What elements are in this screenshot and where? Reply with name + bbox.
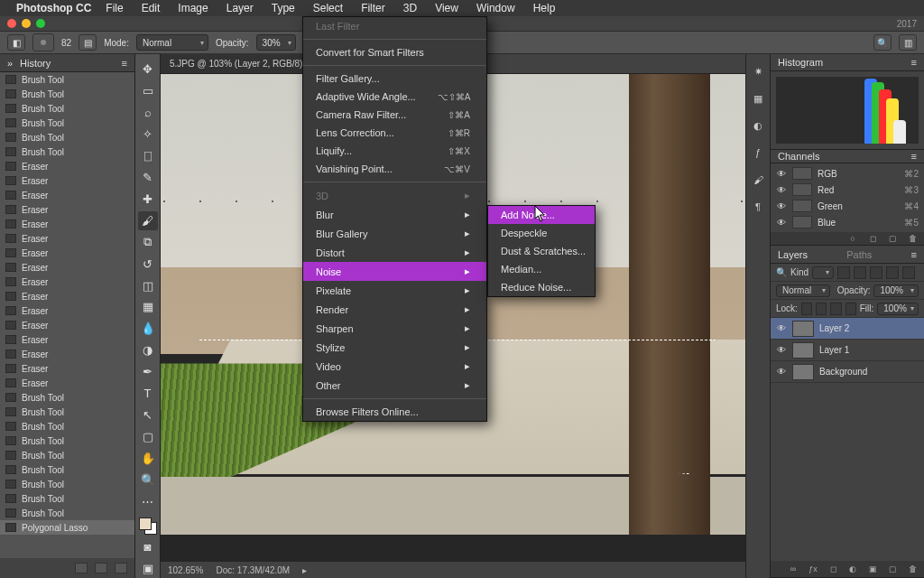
status-chevron-icon[interactable]: ▸: [302, 565, 307, 575]
healing-tool-icon[interactable]: ✚: [138, 190, 158, 209]
blur-tool-icon[interactable]: 💧: [138, 319, 158, 338]
new-snapshot-icon[interactable]: [75, 563, 88, 573]
history-item[interactable]: Eraser: [0, 246, 134, 260]
color-swatch[interactable]: [139, 517, 157, 535]
zoom-tool-icon[interactable]: 🔍: [138, 471, 158, 489]
visibility-icon[interactable]: 👁: [776, 323, 787, 333]
visibility-icon[interactable]: 👁: [776, 367, 787, 377]
visibility-icon[interactable]: 👁: [776, 201, 787, 211]
opacity-dropdown[interactable]: 30%: [256, 34, 296, 51]
dodge-tool-icon[interactable]: ◑: [138, 340, 158, 359]
filter-group-blur[interactable]: Blur: [303, 205, 486, 224]
history-item[interactable]: Eraser: [0, 217, 134, 231]
color-panel-icon[interactable]: ✷: [748, 61, 768, 81]
menu-image[interactable]: Image: [171, 0, 215, 16]
history-item[interactable]: Brush Tool: [0, 72, 134, 87]
adjustment-layer-icon[interactable]: ◐: [846, 564, 859, 574]
history-item[interactable]: Brush Tool: [0, 87, 134, 101]
history-brush-tool-icon[interactable]: ↺: [138, 255, 158, 274]
panel-menu-icon[interactable]: ≡: [911, 57, 917, 68]
visibility-icon[interactable]: 👁: [776, 345, 787, 355]
filter-group-render[interactable]: Render: [303, 300, 486, 319]
lock-transparency-icon[interactable]: [801, 303, 812, 315]
history-item[interactable]: Eraser: [0, 376, 134, 390]
load-selection-icon[interactable]: ○: [846, 233, 859, 244]
brush-preview[interactable]: [32, 33, 54, 51]
save-selection-icon[interactable]: ◻: [866, 233, 879, 244]
filter-group-video[interactable]: Video: [303, 357, 486, 376]
blend-mode-dropdown[interactable]: Normal: [136, 34, 208, 51]
doc-info[interactable]: Doc: 17.3M/42.0M: [216, 565, 290, 575]
shape-tool-icon[interactable]: ▢: [138, 427, 158, 446]
lasso-tool-icon[interactable]: ⌕: [138, 103, 158, 122]
history-item[interactable]: Eraser: [0, 347, 134, 361]
menu-view[interactable]: View: [428, 0, 466, 16]
menu-3d[interactable]: 3D: [396, 0, 424, 16]
history-menu-icon[interactable]: ≡: [122, 58, 127, 69]
layer-row[interactable]: 👁Layer 2: [771, 318, 924, 340]
layer-row[interactable]: 👁Layer 1: [771, 340, 924, 361]
marquee-tool-icon[interactable]: ▭: [138, 81, 158, 100]
menu-edit[interactable]: Edit: [134, 0, 168, 16]
history-item[interactable]: Eraser: [0, 318, 134, 332]
layer-blend-dropdown[interactable]: Normal: [776, 284, 830, 297]
filter-item[interactable]: Liquify...⇧⌘X: [303, 142, 486, 160]
panel-collapse-icon[interactable]: »: [7, 58, 20, 69]
quickmask-icon[interactable]: ◙: [138, 537, 158, 556]
noise-item[interactable]: Median...: [488, 260, 595, 278]
history-item[interactable]: Eraser: [0, 303, 134, 318]
layer-row[interactable]: 👁Background: [771, 361, 924, 383]
new-layer-icon[interactable]: ▢: [886, 564, 899, 574]
history-item[interactable]: Eraser: [0, 332, 134, 347]
minimize-window-icon[interactable]: [22, 19, 31, 28]
channel-row[interactable]: 👁RGB⌘2: [771, 165, 924, 182]
filter-group-pixelate[interactable]: Pixelate: [303, 281, 486, 300]
history-item[interactable]: Eraser: [0, 260, 134, 275]
menu-help[interactable]: Help: [526, 0, 563, 16]
search-icon[interactable]: 🔍: [873, 34, 892, 51]
eraser-tool-icon[interactable]: ◫: [138, 276, 158, 295]
history-item[interactable]: Brush Tool: [0, 462, 134, 477]
filter-group-other[interactable]: Other: [303, 376, 486, 395]
tool-preset-icon[interactable]: ◧: [7, 34, 25, 51]
path-tool-icon[interactable]: ↖: [138, 406, 158, 424]
visibility-icon[interactable]: 👁: [776, 185, 787, 195]
layers-list[interactable]: 👁Layer 2👁Layer 1👁Background: [771, 318, 924, 561]
layers-tab[interactable]: Layers: [778, 249, 808, 260]
workspace-icon[interactable]: ▥: [899, 34, 917, 51]
edit-toolbar-icon[interactable]: ⋯: [138, 492, 158, 511]
layer-mask-icon[interactable]: ◻: [827, 564, 839, 574]
history-item[interactable]: Brush Tool: [0, 405, 134, 419]
history-item[interactable]: Eraser: [0, 275, 134, 289]
fill-dropdown[interactable]: 100%: [877, 303, 919, 315]
new-document-icon[interactable]: [95, 563, 107, 573]
history-item[interactable]: Brush Tool: [0, 477, 134, 491]
delete-layer-icon[interactable]: 🗑: [906, 564, 919, 574]
history-item[interactable]: Brush Tool: [0, 506, 134, 520]
zoom-level[interactable]: 102.65%: [168, 565, 203, 575]
history-item[interactable]: Eraser: [0, 231, 134, 246]
noise-item[interactable]: Reduce Noise...: [488, 278, 595, 296]
link-layers-icon[interactable]: ∞: [787, 564, 799, 574]
filter-pixel-icon[interactable]: [837, 266, 850, 279]
history-item[interactable]: Brush Tool: [0, 144, 134, 159]
noise-item[interactable]: Despeckle: [488, 224, 595, 242]
history-list[interactable]: Brush ToolBrush ToolBrush ToolBrush Tool…: [0, 72, 134, 558]
menu-layer[interactable]: Layer: [219, 0, 261, 16]
filter-browse-online[interactable]: Browse Filters Online...: [303, 403, 486, 421]
eyedropper-tool-icon[interactable]: ✎: [138, 168, 158, 187]
magic-wand-tool-icon[interactable]: ✧: [138, 125, 158, 144]
history-item[interactable]: Brush Tool: [0, 101, 134, 116]
filter-type-icon[interactable]: [870, 266, 882, 279]
lock-position-icon[interactable]: [830, 303, 841, 315]
brushes-panel-icon[interactable]: 🖌: [748, 170, 768, 190]
filter-convert-smart[interactable]: Convert for Smart Filters: [303, 43, 486, 61]
layer-opacity-dropdown[interactable]: 100%: [873, 284, 919, 297]
visibility-icon[interactable]: 👁: [776, 169, 787, 179]
history-item[interactable]: Brush Tool: [0, 419, 134, 434]
filter-item[interactable]: Adaptive Wide Angle...⌥⇧⌘A: [303, 88, 486, 106]
delete-state-icon[interactable]: [115, 563, 127, 573]
history-item[interactable]: Eraser: [0, 289, 134, 303]
filter-group-stylize[interactable]: Stylize: [303, 338, 486, 357]
filter-group-sharpen[interactable]: Sharpen: [303, 319, 486, 338]
